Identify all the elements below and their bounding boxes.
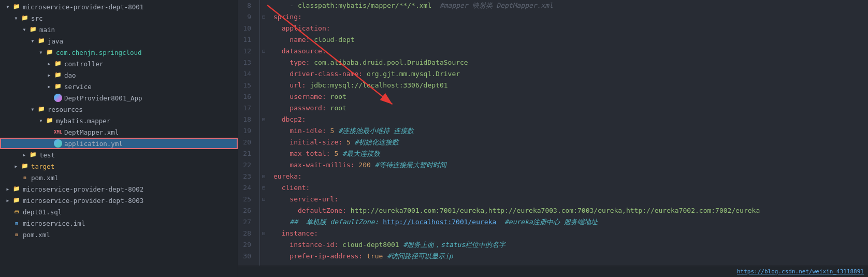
code-line-20: initial-size: 5 #初始化连接数 [273,137,868,148]
tree-label: controller [64,60,103,68]
tree-item-test[interactable]: 📁 test [0,149,238,161]
arrow-placeholder [12,174,20,181]
yml-icon [54,139,62,148]
tree-item-src[interactable]: 📁 src [0,12,238,24]
sql-icon: 🗃 [12,208,21,216]
arrow-placeholder [4,231,11,238]
code-line-27: ## 单机版 defaultZone: http://Localhost:700… [273,216,868,228]
tree-label: java [48,37,63,45]
tree-label: mybatis.mapper [56,117,110,125]
tree-label: target [31,163,54,170]
arrow-icon [4,3,11,10]
code-line-17: password: root [273,103,868,114]
folder-icon: 📁 [54,71,62,79]
tree-item-iml[interactable]: m microservice.iml [0,217,238,229]
code-line-22: max-wait-millis: 200 #等待连接最大暂时时间 [273,159,868,171]
tree-item-8003[interactable]: 📁 microservice-provider-dept-8003 [0,195,238,206]
code-line-23: eureka: [273,171,868,182]
folder-icon: 📁 [29,151,37,159]
arrow-placeholder [46,140,53,147]
pom-icon: m [21,173,29,182]
arrow-icon [37,49,45,56]
tree-label: resources [48,106,83,113]
folder-icon: 📁 [21,14,29,22]
code-line-9: spring: [273,11,868,23]
tree-label: com.chenjm.springcloud [56,49,142,56]
tree-label: src [31,14,43,22]
code-line-21: max-total: 5 #最大连接数 [273,148,868,159]
arrow-placeholder [4,208,11,215]
arrow-placeholder [4,220,11,227]
tree-item-app[interactable]: DeptProvider8001_App [0,92,238,104]
arrow-icon [29,106,36,113]
folder-icon: 📁 [37,37,46,45]
tree-item-8002[interactable]: 📁 microservice-provider-dept-8002 [0,183,238,195]
tree-item-resources[interactable]: 📁 resources [0,104,238,115]
code-line-8: - classpath:mybatis/mapper/**/*.xml #map… [273,0,868,11]
tree-item-main[interactable]: 📁 main [0,24,238,35]
arrow-icon [12,14,20,22]
xml-icon: XML [54,128,62,136]
arrow-placeholder [46,94,53,101]
tree-item-dao[interactable]: 📁 dao [0,69,238,81]
tree-label: microservice.iml [23,220,85,227]
tree-label: microservice-provider-dept-8001 [23,3,143,11]
tree-label: pom.xml [31,174,59,182]
folder-icon: 📁 [46,116,54,125]
arrow-icon [37,117,45,124]
tree-item-application-yml[interactable]: application.yml [0,138,238,149]
statusbar-url: https://blog.csdn.net/weixin_43118891 [737,268,864,275]
folder-icon: 📁 [12,3,21,11]
folder-icon: 📁 [29,25,37,34]
arrow-icon [21,26,28,33]
tree-item-target[interactable]: 📁 target [0,161,238,172]
tree-item-mybatis[interactable]: 📁 mybatis.mapper [0,115,238,126]
code-line-16: username: root [273,91,868,103]
fold-gutter: ⊟ ⊟ ⊟ ⊟ ⊟ ⊟ ⊟ [260,0,267,266]
folder-icon: 📁 [21,162,29,170]
file-tree: 📁 microservice-provider-dept-8001 📁 src … [0,0,238,277]
tree-label: dept01.sql [23,208,62,216]
tree-label: service [64,83,92,91]
tree-item-8001[interactable]: 📁 microservice-provider-dept-8001 [0,1,238,12]
tree-label: application.yml [64,140,123,148]
folder-icon: 📁 [54,60,62,68]
code-line-26: defaultZone: http://eureka7001.com:7001/… [273,205,868,216]
tree-item-service[interactable]: 📁 service [0,81,238,92]
code-lines: - classpath:mybatis/mapper/**/*.xml #map… [267,0,868,266]
arrow-icon [4,197,11,204]
tree-label: dao [64,71,76,79]
tree-item-pom-root[interactable]: m pom.xml [0,229,238,240]
tree-item-sql[interactable]: 🗃 dept01.sql [0,206,238,217]
folder-icon: 📁 [37,105,46,113]
tree-item-pkg[interactable]: 📁 com.chenjm.springcloud [0,47,238,58]
arrow-icon [21,151,28,158]
tree-item-java[interactable]: 📁 java [0,35,238,47]
code-line-30: prefer-ip-address: true #访问路径可以显示ip [273,251,868,262]
code-line-10: application: [273,23,868,34]
code-line-12: datasource: [273,46,868,57]
tree-label: microservice-provider-dept-8003 [23,197,143,205]
folder-icon: 📁 [54,82,62,91]
code-line-15: url: jdbc:mysql://localhost:3306/dept01 [273,80,868,91]
code-line-19: min-idle: 5 #连接池最小维持 连接数 [273,125,868,137]
tree-item-deptmapper[interactable]: XML DeptMapper.xml [0,126,238,138]
folder-icon: 📁 [12,196,21,205]
statusbar: https://blog.csdn.net/weixin_43118891 [238,266,868,277]
tree-item-controller[interactable]: 📁 controller [0,58,238,69]
code-line-14: driver-class-name: org.gjt.mm.mysql.Driv… [273,68,868,80]
line-numbers: 8 9 10 11 12 13 14 15 16 17 18 19 20 21 … [238,0,260,266]
code-line-18: dbcp2: [273,114,868,125]
tree-item-pom1[interactable]: m pom.xml [0,172,238,183]
tree-label: DeptProvider8001_App [64,94,142,102]
tree-label: DeptMapper.xml [64,128,119,136]
arrow-icon [46,60,53,67]
pom-icon: m [12,230,21,239]
app-icon [54,94,62,102]
tree-label: main [39,26,55,34]
code-line-24: client: [273,182,868,194]
arrow-icon [46,83,53,90]
arrow-placeholder [46,128,53,136]
arrow-icon [29,37,36,45]
folder-icon: 📁 [46,48,54,56]
